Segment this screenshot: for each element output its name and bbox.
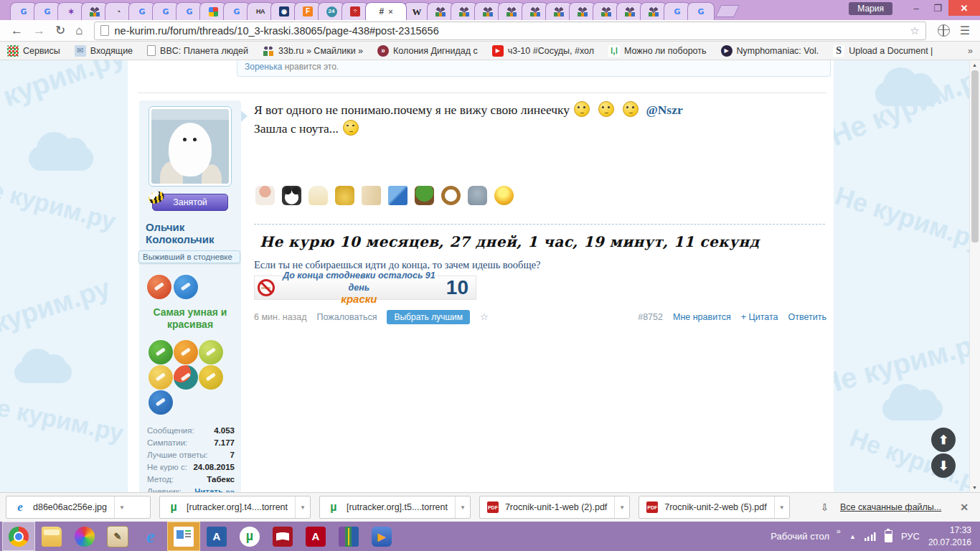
bookmark-star-icon[interactable]: ☆: [910, 24, 919, 37]
bookmark-scribd[interactable]: S Upload a Document |: [833, 45, 933, 57]
not-smoking-ticker: Не курю 10 месяцев, 27 дней, 1 час, 19 м…: [254, 232, 769, 252]
home-icon[interactable]: ⌂: [75, 24, 83, 37]
taskbar-player[interactable]: ▶: [366, 522, 397, 550]
badge-broken-cigarette-blue[interactable]: [174, 275, 198, 299]
taskbar-utorrent[interactable]: µ: [234, 522, 265, 550]
taskbar-reader[interactable]: [267, 522, 298, 550]
smirk-smiley-icon: [598, 101, 614, 117]
star-icon[interactable]: ☆: [480, 311, 489, 322]
tab-favicon: G: [697, 8, 704, 16]
download-pdf[interactable]: PDF 7rocnik-unit-1-web (2).pdf ▼: [479, 496, 630, 519]
tab-favicon: НА: [256, 9, 265, 15]
taskbar-media-sphere[interactable]: [69, 522, 100, 550]
download-caret-icon[interactable]: ▼: [295, 496, 310, 518]
badge-strongman[interactable]: [147, 275, 171, 299]
username-link[interactable]: Ольчик Колокольчик: [146, 221, 217, 246]
user-status-badge[interactable]: Занятой: [152, 194, 228, 211]
bookmark-bbc[interactable]: BBC: Планета людей: [147, 45, 248, 56]
language-indicator[interactable]: РУС: [901, 531, 920, 542]
desktop-chevron-icon[interactable]: »: [837, 527, 841, 535]
download-torrent[interactable]: µ [rutracker.org].t4....torrent ▼: [159, 496, 311, 519]
badge-medal[interactable]: [149, 365, 173, 390]
scroll-to-bottom-button[interactable]: ⬇: [931, 453, 956, 478]
countdown-banner[interactable]: До конца стодневки осталось 91 день крас…: [254, 276, 476, 300]
clock[interactable]: 17:33 20.07.2016: [928, 524, 971, 547]
scrollbar-thumb[interactable]: [971, 70, 979, 242]
bookmark-33b[interactable]: 33b.ru » Смайлики »: [263, 45, 363, 57]
new-tab-button[interactable]: [715, 5, 740, 17]
tab-favicon: ✶: [67, 8, 74, 16]
maximize-button[interactable]: ❐: [927, 0, 948, 16]
bookmark-colonia[interactable]: » Колония Дигнидад с: [377, 45, 478, 57]
back-icon[interactable]: ←: [11, 24, 23, 37]
globe-icon[interactable]: [938, 24, 950, 37]
taskbar-app-a[interactable]: A: [201, 522, 232, 550]
taskbar-winrar[interactable]: [333, 522, 364, 550]
show-hidden-icons[interactable]: ▲: [849, 533, 856, 540]
download-caret-icon[interactable]: ▼: [114, 496, 129, 518]
badge-broken-cigarette-yellow[interactable]: [199, 365, 223, 390]
choose-best-button[interactable]: Выбрать лучшим: [387, 310, 470, 324]
desktop-toolbar[interactable]: Рабочий стол »: [771, 531, 841, 542]
bookmark-services[interactable]: Сервисы: [7, 45, 60, 57]
tab-close-icon[interactable]: ×: [388, 7, 392, 16]
liker-link[interactable]: Зоренька: [245, 62, 282, 72]
taskbar-ie[interactable]: e: [135, 522, 166, 550]
tab-favicon: G: [44, 8, 50, 16]
minimize-button[interactable]: –: [905, 0, 927, 16]
mention-link[interactable]: @Nszr: [646, 103, 682, 117]
menu-icon[interactable]: ☰: [960, 24, 970, 37]
like-link[interactable]: Мне нравится: [673, 312, 731, 322]
downloads-close-icon[interactable]: ✕: [960, 501, 969, 513]
scroll-to-top-button[interactable]: ⬆: [931, 428, 956, 452]
reply-link[interactable]: Ответить: [788, 312, 826, 322]
bookmark-green[interactable]: ǀ,ǀ Можно ли побороть: [608, 45, 707, 57]
taskbar-notes[interactable]: ✎: [102, 522, 133, 550]
address-bar[interactable]: ne-kurim.ru/forum/threads/10_3-kraski.38…: [94, 22, 926, 40]
download-caret-icon[interactable]: ▼: [774, 496, 789, 518]
user-stat-row: Метод: Табекс: [147, 475, 235, 484]
badge-runner[interactable]: [149, 340, 173, 364]
page-scrollbar[interactable]: ▲ ▼: [969, 60, 980, 492]
network-signal-icon[interactable]: [864, 532, 876, 541]
download-jpg[interactable]: e d86e06ac256e.jpg ▼: [6, 496, 151, 519]
scrollbar-down-icon[interactable]: ▼: [972, 485, 977, 490]
watermark-text: Не курим.ру: [831, 181, 980, 258]
close-button[interactable]: ✕: [948, 0, 980, 16]
bookmarks-overflow-icon[interactable]: »: [968, 45, 973, 56]
download-caret-icon[interactable]: ▼: [455, 496, 470, 518]
battery-icon[interactable]: [885, 530, 892, 542]
badge-chat-bubbles[interactable]: [149, 390, 173, 415]
profile-button[interactable]: Мария: [849, 2, 892, 15]
badge-broken-cigarette-orange[interactable]: [174, 340, 198, 364]
bookmark-youtube[interactable]: ▶ ч3-10 #Сосуды, #хол: [492, 45, 594, 57]
download-torrent[interactable]: µ [rutracker.org].t5....torrent ▼: [319, 496, 471, 519]
download-pdf[interactable]: PDF 7rocnik-unit-2-web (5).pdf ▼: [639, 496, 789, 519]
scrollbar-up-icon[interactable]: ▲: [972, 62, 977, 67]
trophy-bonsai-icon: [415, 186, 434, 205]
badge-aperture[interactable]: [199, 340, 223, 364]
taskbar-explorer[interactable]: [36, 522, 67, 550]
taskbar-chrome[interactable]: [3, 522, 34, 550]
watermark-text: Не курим.ру: [846, 423, 980, 492]
reload-icon[interactable]: ↻: [55, 24, 65, 37]
quote-link[interactable]: + Цитата: [741, 312, 778, 322]
tab-favicon: 24: [326, 6, 337, 17]
user-avatar[interactable]: [149, 106, 232, 187]
bookmark-inbox[interactable]: ✉ Входящие: [75, 45, 133, 57]
report-link[interactable]: Пожаловаться: [317, 312, 377, 322]
badge-people[interactable]: [174, 365, 198, 390]
google-favicon[interactable]: G: [687, 2, 715, 20]
taskbar-active-viewer[interactable]: [168, 522, 199, 550]
show-all-downloads-link[interactable]: Все скачанные файлы...: [840, 502, 941, 512]
active-tab[interactable]: # ×: [365, 2, 407, 20]
bookmark-nymphomaniac[interactable]: ▶ Nymphomaniac: Vol.: [721, 45, 819, 57]
post-number[interactable]: #8752: [638, 312, 663, 322]
likes-bar: Зоренька нравится это.: [237, 60, 831, 77]
download-caret-icon[interactable]: ▼: [614, 496, 629, 518]
user-stat-row: Симпатии: 7.177: [147, 438, 235, 447]
post-text: Я вот одного не понимаю.почему я не вижу…: [254, 100, 829, 138]
url-text[interactable]: ne-kurim.ru/forum/threads/10_3-kraski.38…: [115, 25, 439, 37]
taskbar-acrobat[interactable]: A: [300, 522, 331, 550]
forward-icon[interactable]: →: [33, 24, 45, 37]
